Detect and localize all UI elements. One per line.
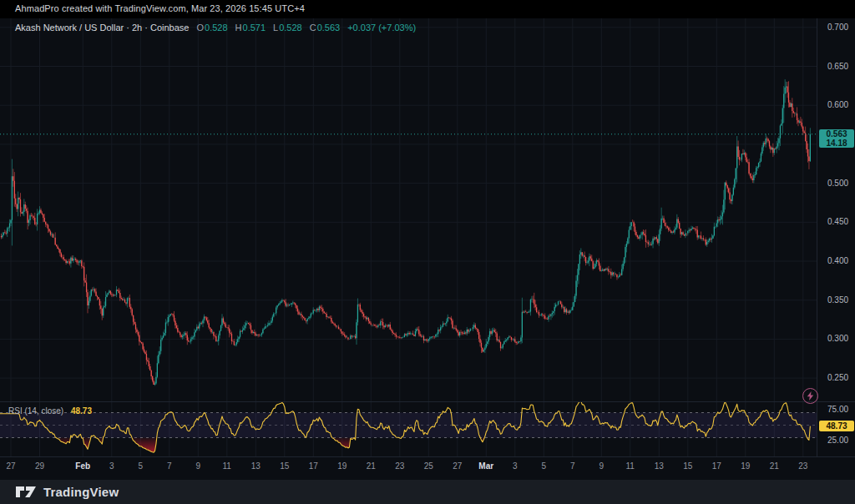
time-tick: 5 xyxy=(126,461,154,471)
ohlc-values: O0.528H0.571L0.528C0.563 xyxy=(189,23,340,33)
tradingview-chart-snapshot: AhmadPro created with TradingView.com, M… xyxy=(0,0,855,504)
price-tick: 0.300 xyxy=(827,334,855,343)
rsi-params: (14, close) xyxy=(24,406,63,416)
time-tick: 13 xyxy=(241,461,270,471)
time-tick: 23 xyxy=(386,461,414,471)
chart-background xyxy=(0,18,855,480)
time-tick: 3 xyxy=(98,461,126,471)
time-tick: 7 xyxy=(155,461,184,471)
time-tick: 3 xyxy=(501,461,529,471)
ohlc-value: 0.528 xyxy=(205,23,228,33)
ohlc-value: 0.528 xyxy=(279,23,302,33)
price-tick: 0.350 xyxy=(827,295,855,305)
quick-trade-button[interactable] xyxy=(802,388,818,404)
time-tick: 9 xyxy=(184,461,212,471)
time-tick: 25 xyxy=(414,461,443,471)
rsi-tick: 25.00 xyxy=(827,436,855,445)
time-tick-month: Mar xyxy=(472,461,500,471)
ohlc-key: C xyxy=(310,23,316,33)
time-tick: 13 xyxy=(645,461,673,471)
candlestick-chart[interactable] xyxy=(0,0,855,504)
time-tick: 29 xyxy=(26,461,54,471)
tradingview-wordmark[interactable]: TradingView xyxy=(43,485,119,499)
time-tick: 15 xyxy=(674,461,702,471)
price-tick: 0.250 xyxy=(827,373,855,382)
change-value: +0.037 (+7.03%) xyxy=(347,23,416,33)
time-tick: 11 xyxy=(213,461,241,471)
time-tick: 9 xyxy=(587,461,615,471)
ohlc-key: O xyxy=(196,23,204,33)
last-price-secondary: 14.18 xyxy=(819,139,854,148)
ohlc-value: 0.563 xyxy=(317,23,341,33)
time-tick: 19 xyxy=(731,461,760,471)
rsi-value-label: 48.73 xyxy=(819,421,854,431)
attribution-bar: AhmadPro created with TradingView.com, M… xyxy=(0,0,855,18)
attribution-text: AhmadPro created with TradingView.com, M… xyxy=(15,3,305,13)
ohlc-key: L xyxy=(273,23,278,33)
price-tick: 0.500 xyxy=(827,179,855,188)
price-tick: 0.700 xyxy=(827,23,855,32)
legend: Akash Network / US Dollar · 2h · Coinbas… xyxy=(15,23,416,34)
footer-bar: TradingView xyxy=(0,480,855,504)
rsi-name[interactable]: RSI xyxy=(8,406,23,416)
time-tick: 27 xyxy=(0,461,25,471)
time-tick: 27 xyxy=(443,461,472,471)
last-price-label: 0.563 14.18 xyxy=(819,129,854,148)
time-tick: 5 xyxy=(529,461,558,471)
time-tick: 21 xyxy=(357,461,385,471)
time-tick: 15 xyxy=(271,461,299,471)
rsi-legend: RSI (14, close) 48.73 xyxy=(8,406,92,416)
rsi-tick: 75.00 xyxy=(827,405,855,414)
rsi-band xyxy=(0,413,817,438)
symbol-title[interactable]: Akash Network / US Dollar · 2h · Coinbas… xyxy=(15,23,189,33)
tradingview-logo-icon[interactable] xyxy=(15,485,38,499)
price-tick: 0.600 xyxy=(827,100,855,109)
time-tick: 17 xyxy=(299,461,327,471)
time-tick: 7 xyxy=(559,461,587,471)
time-tick: 19 xyxy=(328,461,357,471)
time-tick: 11 xyxy=(616,461,645,471)
last-price-value: 0.563 xyxy=(819,129,854,139)
rsi-value: 48.73 xyxy=(71,406,92,416)
time-tick-month: Feb xyxy=(68,461,97,471)
price-tick: 0.400 xyxy=(827,256,855,265)
time-tick: 21 xyxy=(760,461,788,471)
price-tick: 0.450 xyxy=(827,217,855,226)
price-tick: 0.650 xyxy=(827,62,855,71)
ohlc-key: H xyxy=(235,23,242,33)
ohlc-value: 0.571 xyxy=(243,23,266,33)
lightning-icon xyxy=(807,391,814,401)
time-tick: 17 xyxy=(702,461,731,471)
time-tick: 23 xyxy=(789,461,817,471)
